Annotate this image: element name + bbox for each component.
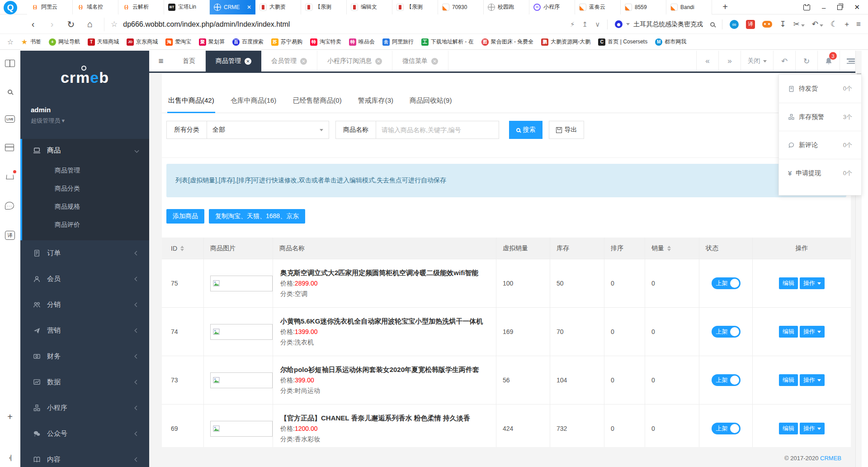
status-toggle[interactable]: 上架 bbox=[712, 326, 741, 338]
night-mode-icon[interactable]: ☾ bbox=[830, 19, 837, 29]
cell-name[interactable]: 【官方正品】CHANEL 香奈儿邂逅系列香水 粉色柔情 持久淡香 价格:1200… bbox=[273, 405, 496, 447]
browser-tab[interactable]: ∞小程序 bbox=[529, 0, 575, 14]
browser-tab[interactable]: 【亲测 bbox=[301, 0, 347, 14]
cell-stock[interactable]: 732 bbox=[550, 405, 604, 447]
product-name-input[interactable] bbox=[376, 121, 477, 138]
product-name[interactable]: 【官方正品】CHANEL 香奈儿邂逅系列香水 粉色柔情 持久淡香 bbox=[280, 414, 470, 423]
cell-image[interactable] bbox=[203, 259, 273, 307]
product-name[interactable]: 尔给polo衫短袖日系运动休闲套装女2020年夏宽松韩版学生两件套 bbox=[280, 365, 479, 374]
cell-virtual-sales[interactable]: 56 bbox=[496, 356, 550, 404]
tab-member-manage[interactable]: 会员管理✕ bbox=[261, 51, 317, 71]
cell-stock[interactable]: 104 bbox=[550, 356, 604, 404]
cell-virtual-sales[interactable]: 169 bbox=[496, 308, 550, 356]
cell-sort[interactable]: 0 bbox=[604, 405, 645, 447]
admin-role[interactable]: 超级管理员 ▾ bbox=[31, 117, 65, 125]
sidebar-item-data[interactable]: 数据 bbox=[20, 369, 149, 395]
refresh-button[interactable]: ↻ bbox=[61, 19, 80, 30]
reading-icon[interactable] bbox=[5, 60, 15, 67]
gamepad-icon[interactable] bbox=[762, 21, 772, 28]
sidebar-item-marketing[interactable]: 营销 bbox=[20, 318, 149, 343]
bookmark-item[interactable]: 鹏大鹏资源网-大鹏 bbox=[541, 38, 590, 46]
edit-button[interactable]: 编辑 bbox=[779, 374, 798, 386]
translate-icon[interactable]: 译 bbox=[5, 231, 15, 240]
close-icon[interactable]: ✕ bbox=[245, 58, 251, 65]
bookmark-item[interactable]: T天猫商城 bbox=[88, 38, 119, 46]
sidebar-item-distribution[interactable]: 分销 bbox=[20, 292, 149, 318]
collapse-icon[interactable]: ‹| bbox=[5, 453, 15, 462]
url-box[interactable]: ☆ dp666.wobbt.com/index.php/admin/Index/… bbox=[104, 18, 570, 31]
resources-icon[interactable] bbox=[5, 144, 14, 151]
plus-icon[interactable]: + bbox=[844, 20, 849, 29]
edit-button[interactable]: 编辑 bbox=[779, 277, 798, 289]
bookmark-item[interactable]: 淘爱淘宝 bbox=[165, 38, 191, 46]
close-icon[interactable]: ✕ bbox=[375, 58, 382, 65]
sidebar-item-product[interactable]: 商品 bbox=[22, 139, 149, 162]
add-product-button[interactable]: 添加商品 bbox=[166, 209, 204, 224]
browser-tab[interactable]: 编辑文 bbox=[347, 0, 392, 14]
action-dropdown-button[interactable]: 操作 bbox=[800, 277, 825, 289]
cell-sort[interactable]: 0 bbox=[604, 356, 645, 404]
scroll-left-button[interactable]: « bbox=[696, 51, 718, 71]
tab-soldout[interactable]: 已经售罄商品(0) bbox=[292, 88, 342, 113]
tab-recycle[interactable]: 商品回收站(9) bbox=[409, 88, 453, 113]
copy-product-button[interactable]: 复制淘宝、天猫、1688、京东 bbox=[209, 209, 305, 224]
tab-product-manage[interactable]: 商品管理✕ bbox=[206, 51, 261, 71]
tab-home[interactable]: 首页 bbox=[173, 51, 206, 71]
favorite-star-icon[interactable]: ☆ bbox=[111, 19, 118, 29]
tab-stock-alert[interactable]: 警戒库存(3) bbox=[357, 88, 394, 113]
download-icon[interactable]: ↧ bbox=[779, 19, 786, 29]
cell-sort[interactable]: 0 bbox=[604, 308, 645, 356]
bookmark-item[interactable]: 工下载地址解析 - 在 bbox=[421, 38, 474, 46]
panel-item-withdrawal[interactable]: ¥ 申请提现 0个 bbox=[779, 159, 861, 187]
notification-bell-button[interactable]: 3 bbox=[817, 51, 840, 71]
product-image-placeholder[interactable] bbox=[210, 421, 273, 437]
bookmark-item[interactable]: 百百度搜索 bbox=[232, 38, 264, 46]
browser-tab[interactable]: (-)云解析 bbox=[118, 0, 164, 14]
close-icon[interactable]: ✕ bbox=[431, 58, 438, 65]
panel-item-new-comments[interactable]: 新评论 0个 bbox=[779, 131, 861, 159]
browser-tab[interactable]: BT宝塔Lin bbox=[164, 0, 210, 14]
browser-tab[interactable]: 8559 bbox=[621, 0, 666, 14]
crmeb-link[interactable]: CRMEB bbox=[820, 455, 841, 462]
browser-tab-active[interactable]: CRME✕ bbox=[210, 0, 255, 14]
minimize-button[interactable]: – bbox=[822, 4, 826, 11]
sidebar-item-product-spec[interactable]: 商品规格 bbox=[22, 198, 149, 216]
bookmark-item[interactable]: M都市网我 bbox=[655, 38, 686, 46]
cell-stock[interactable]: 70 bbox=[550, 308, 604, 356]
translate-tool-icon[interactable]: 译 bbox=[746, 20, 755, 29]
browser-tab[interactable]: (-)域名控 bbox=[73, 0, 118, 14]
browser-tab[interactable]: (-)阿里云 bbox=[27, 0, 73, 14]
flash-icon[interactable]: ⚡ bbox=[570, 20, 575, 29]
product-image-placeholder[interactable] bbox=[210, 324, 273, 340]
col-sales[interactable]: 销量 bbox=[645, 238, 699, 259]
close-icon[interactable]: ✕ bbox=[300, 58, 307, 65]
tab-close-icon[interactable]: ✕ bbox=[247, 4, 251, 10]
menu-icon[interactable]: ≡ bbox=[856, 20, 861, 29]
bookmark-item[interactable]: 聚聚划算 bbox=[199, 38, 225, 46]
cell-name[interactable]: 奥克斯空调立式大2匹家用定频圆筒柜机空调冷暖二级能效wifi智能 价格:2899… bbox=[273, 259, 496, 307]
skin-icon[interactable] bbox=[803, 5, 810, 10]
sidebar-item-finance[interactable]: 财务 bbox=[20, 343, 149, 369]
back-button[interactable]: ‹ bbox=[24, 19, 42, 29]
sidebar-item-orders[interactable]: 订单 bbox=[20, 240, 149, 266]
sort-icon[interactable] bbox=[667, 246, 671, 251]
bookmark-item[interactable]: 特唯品会 bbox=[349, 38, 375, 46]
search-button[interactable]: 搜索 bbox=[509, 121, 542, 139]
cell-image[interactable] bbox=[203, 308, 273, 356]
status-toggle[interactable]: 上架 bbox=[712, 277, 741, 289]
add-icon[interactable]: + bbox=[5, 412, 15, 422]
close-button[interactable]: ✕ bbox=[854, 3, 860, 11]
sidebar-item-members[interactable]: 会员 bbox=[20, 266, 149, 292]
browser-tab[interactable]: 【亲测 bbox=[392, 0, 438, 14]
cell-virtual-sales[interactable]: 424 bbox=[496, 405, 550, 447]
tab-warehouse[interactable]: 仓库中商品(16) bbox=[230, 88, 278, 113]
live-icon[interactable]: LIVE bbox=[5, 115, 15, 123]
bookmark-item[interactable]: 去阿里旅行 bbox=[382, 38, 414, 46]
cell-stock[interactable]: 50 bbox=[550, 259, 604, 307]
tab-onsale[interactable]: 出售中商品(42) bbox=[167, 88, 215, 113]
cell-name[interactable]: 小黄鸭5.6KG迷你洗衣机全自动家用波轮宝宝小型加热洗烘干一体机 价格:1399… bbox=[273, 308, 496, 356]
bookmark-item[interactable]: ★书签 bbox=[21, 38, 41, 46]
bookmark-item[interactable]: 特淘宝特卖 bbox=[310, 38, 341, 46]
product-image-placeholder[interactable] bbox=[210, 372, 273, 388]
tab-subscribe-message[interactable]: 小程序订阅消息✕ bbox=[317, 51, 392, 71]
